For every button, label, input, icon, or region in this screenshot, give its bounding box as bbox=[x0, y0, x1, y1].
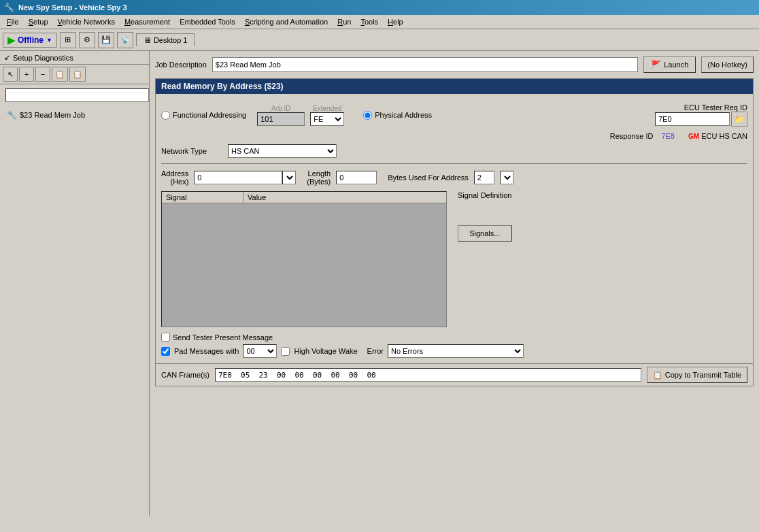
arb-id-input[interactable] bbox=[257, 112, 305, 126]
signal-col-header: Signal bbox=[162, 192, 243, 203]
response-id-label: Response ID bbox=[610, 132, 654, 140]
physical-addr-radio-label[interactable]: Physical Address bbox=[363, 111, 432, 120]
ecu-tester-input[interactable] bbox=[655, 112, 730, 126]
address-input-group: ▼ bbox=[194, 171, 296, 184]
sidebar-title: Setup Diagnostics bbox=[13, 54, 73, 62]
length-label-group: Length (Bytes) bbox=[307, 169, 331, 186]
signal-area: Signal Value Signal Definition Signals..… bbox=[161, 191, 747, 327]
offline-indicator[interactable]: ▶ Offline ▼ bbox=[3, 33, 57, 48]
tree-item-job[interactable]: 🔧 $23 Read Mem Job bbox=[4, 109, 145, 121]
menu-scripting[interactable]: Scripting and Automation bbox=[241, 16, 332, 27]
sidebar-copy-btn[interactable]: 📋 bbox=[52, 67, 68, 82]
job-description-input[interactable] bbox=[212, 57, 638, 72]
menu-run[interactable]: Run bbox=[333, 16, 355, 27]
physical-addr-label: Physical Address bbox=[375, 111, 432, 119]
response-row: Response ID 7E8 GM ECU HS CAN bbox=[161, 132, 747, 140]
job-header: Job Description 🚩 Launch (No Hotkey) bbox=[155, 56, 754, 73]
pad-messages-label: Pad Messages with bbox=[174, 347, 239, 355]
hotkey-button[interactable]: (No Hotkey) bbox=[701, 56, 754, 73]
toolbar-btn-save[interactable]: 💾 bbox=[98, 32, 114, 48]
send-tester-checkbox[interactable] bbox=[161, 333, 170, 342]
dropdown-arrow[interactable]: ▼ bbox=[46, 37, 52, 44]
menu-tools[interactable]: Tools bbox=[356, 16, 382, 27]
send-tester-row: Send Tester Present Message bbox=[161, 333, 747, 342]
sidebar-add-btn[interactable]: + bbox=[19, 67, 34, 82]
signal-table-header: Signal Value bbox=[162, 192, 446, 203]
copy-label: Copy to Transmit Table bbox=[665, 371, 741, 379]
signal-table: Signal Value bbox=[161, 191, 447, 327]
toolbar-btn-transmit[interactable]: 📡 bbox=[117, 32, 133, 48]
error-select[interactable]: No Errors bbox=[388, 344, 524, 358]
sidebar-remove-btn[interactable]: − bbox=[35, 67, 50, 82]
pad-messages-row: Pad Messages with 00FF High Voltage Wake… bbox=[161, 344, 747, 358]
high-voltage-checkbox[interactable] bbox=[281, 347, 290, 356]
copy-transmit-button[interactable]: 📋 Copy to Transmit Table bbox=[647, 367, 747, 383]
menu-help[interactable]: Help bbox=[384, 16, 407, 27]
launch-button[interactable]: 🚩 Launch bbox=[643, 56, 696, 73]
pad-value-select[interactable]: 00FF bbox=[243, 344, 277, 358]
ecu-tester-input-row: 📁 bbox=[655, 112, 747, 127]
address-dropdown[interactable]: ▼ bbox=[282, 171, 296, 184]
can-frame-row: CAN Frame(s) 📋 Copy to Transmit Table bbox=[156, 363, 753, 386]
network-type-row: Network Type HS CANMS CANLS CAN bbox=[161, 144, 747, 158]
address-length-row: Address (Hex) ▼ Length (Bytes) Bytes Use… bbox=[161, 169, 747, 186]
menu-file[interactable]: File bbox=[3, 16, 23, 27]
physical-addr-radio[interactable] bbox=[363, 111, 372, 120]
sidebar-cursor-btn[interactable]: ↖ bbox=[3, 67, 18, 82]
menu-setup[interactable]: Setup bbox=[24, 16, 52, 27]
tree-item-icon: 🔧 bbox=[7, 110, 17, 120]
menu-embedded-tools[interactable]: Embedded Tools bbox=[175, 16, 239, 27]
title-bar: 🔧 New Spy Setup - Vehicle Spy 3 bbox=[0, 0, 759, 15]
functional-addr-radio[interactable] bbox=[161, 111, 170, 120]
sidebar-search-input[interactable] bbox=[5, 88, 149, 102]
ecu-tester-browse-btn[interactable]: 📁 bbox=[731, 112, 747, 127]
send-tester-label: Send Tester Present Message bbox=[173, 333, 273, 342]
functional-addr-radio-label[interactable]: Functional Addressing bbox=[161, 111, 246, 120]
section-title: Read Memory By Address ($23) bbox=[156, 79, 753, 94]
signal-definition-label: Signal Definition bbox=[458, 191, 512, 199]
signal-definition-panel: Signal Definition Signals... bbox=[458, 191, 512, 242]
length-label: Length bbox=[308, 169, 331, 178]
hotkey-label: (No Hotkey) bbox=[707, 61, 747, 69]
main-layout: ↙ Setup Diagnostics ↖ + − 📋 📋 🔧 $23 Read… bbox=[0, 51, 759, 516]
address-label-group: Address (Hex) bbox=[161, 169, 188, 186]
ecu-hs-can-label: ECU HS CAN bbox=[701, 132, 747, 140]
ecu-tester-label: ECU Tester Req ID bbox=[655, 103, 747, 112]
length-bytes-label: (Bytes) bbox=[307, 178, 331, 186]
address-hex-label: (Hex) bbox=[170, 178, 188, 186]
desktop-icon: 🖥 bbox=[144, 36, 151, 44]
play-icon: ▶ bbox=[7, 35, 15, 46]
network-type-select[interactable]: HS CANMS CANLS CAN bbox=[228, 144, 337, 158]
bytes-used-label: Bytes Used For Address bbox=[388, 173, 469, 182]
toolbar-btn-star[interactable]: ⚙ bbox=[79, 32, 95, 48]
length-input[interactable] bbox=[336, 171, 377, 184]
bytes-used-input[interactable] bbox=[474, 171, 494, 184]
section-body: Functional Addressing Arb ID Extended FE… bbox=[156, 101, 753, 363]
menu-measurement[interactable]: Measurement bbox=[120, 16, 174, 27]
menu-vehicle-networks[interactable]: Vehicle Networks bbox=[54, 16, 119, 27]
content-area: Job Description 🚩 Launch (No Hotkey) Rea… bbox=[150, 51, 759, 516]
bytes-used-dropdown[interactable]: ▼ bbox=[500, 171, 513, 184]
copy-icon: 📋 bbox=[653, 371, 662, 380]
addressing-row: Functional Addressing Arb ID Extended FE… bbox=[161, 103, 747, 127]
address-input[interactable] bbox=[194, 171, 282, 184]
pad-messages-checkbox[interactable] bbox=[161, 347, 170, 356]
tree-item-label: $23 Read Mem Job bbox=[20, 111, 85, 119]
can-frames-input[interactable] bbox=[215, 368, 641, 382]
tab-desktop1[interactable]: 🖥 Desktop 1 bbox=[136, 33, 195, 46]
gm-label: GM bbox=[688, 133, 699, 140]
desktop-label: Desktop 1 bbox=[154, 36, 188, 44]
high-voltage-label: High Voltage Wake bbox=[294, 347, 357, 355]
response-id-value: 7E8 bbox=[661, 132, 675, 140]
sidebar-collapse-icon[interactable]: ↙ bbox=[4, 53, 10, 62]
signals-button[interactable]: Signals... bbox=[458, 225, 512, 242]
error-label: Error bbox=[367, 347, 384, 355]
sidebar-paste-btn[interactable]: 📋 bbox=[69, 67, 86, 82]
app-icon: 🔧 bbox=[4, 3, 14, 12]
network-type-label: Network Type bbox=[161, 147, 222, 155]
divider-1 bbox=[161, 163, 747, 164]
toolbar-btn-grid[interactable]: ⊞ bbox=[60, 32, 76, 48]
signal-table-body[interactable] bbox=[162, 203, 446, 327]
offline-label: Offline bbox=[18, 35, 44, 45]
extended-select[interactable]: FEFF bbox=[310, 112, 344, 126]
